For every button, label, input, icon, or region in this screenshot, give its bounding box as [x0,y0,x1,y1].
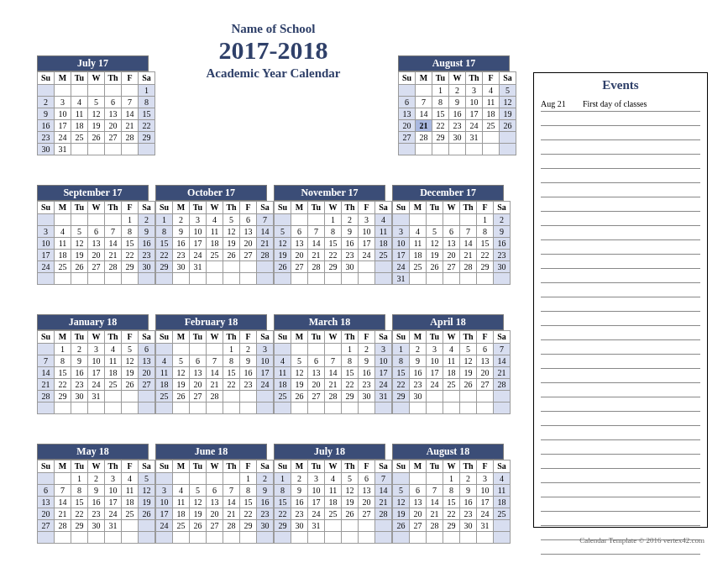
day-cell [139,144,155,155]
day-cell: 9 [460,485,477,497]
day-cell: 29 [432,132,449,144]
day-cell: 15 [240,497,257,508]
month-title: June 18 [155,444,267,460]
day-cell: 4 [71,97,88,108]
day-cell: 6 [308,355,325,367]
dow-label: Tu [190,202,207,214]
day-cell: 19 [122,367,139,379]
day-cell: 25 [375,250,392,261]
day-cell: 28 [55,520,71,532]
day-cell: 28 [122,132,139,144]
day-cell: 4 [55,226,71,238]
dow-label: Th [105,460,122,473]
dow-label: Tu [71,331,88,344]
dow-label: Tu [427,460,443,473]
day-cell: 25 [483,120,500,132]
day-cell [38,403,55,414]
day-cell: 9 [342,226,359,238]
day-cell [139,520,155,532]
day-cell: 26 [223,250,240,261]
day-cell: 1 [432,85,449,97]
day-cell: 17 [38,250,55,261]
day-cell: 4 [410,226,427,238]
month-block: August 17SuMTuWThFSa12345678910111213141… [398,55,510,155]
day-cell: 10 [466,97,483,108]
day-cell: 1 [139,85,155,97]
day-cell: 29 [139,132,155,144]
day-cell: 22 [342,379,359,391]
day-cell: 28 [416,132,432,144]
month-table: SuMTuWThFSa12345678910111213141516171819… [392,460,511,544]
dow-label: W [443,331,460,344]
dow-label: F [240,331,257,344]
day-cell: 22 [71,508,88,520]
day-cell: 11 [71,108,88,120]
day-cell: 6 [359,473,375,485]
day-cell: 3 [156,485,173,497]
day-cell: 26 [139,508,155,520]
day-cell: 12 [427,238,443,250]
day-cell [190,344,207,355]
day-cell [207,403,223,414]
day-cell: 22 [55,379,71,391]
dow-label: Th [342,331,359,344]
day-cell: 8 [325,226,342,238]
day-cell: 14 [494,355,511,367]
header-block: Name of School 2017-2018 Academic Year C… [155,55,391,155]
dow-label: Tu [427,331,443,344]
event-row-blank [541,312,700,326]
day-cell [71,214,88,226]
day-cell [325,520,342,532]
day-cell [122,85,139,97]
month-table: SuMTuWThFSa12345678910111213141516171819… [37,330,155,414]
day-cell: 20 [477,367,494,379]
event-row-blank [541,183,700,197]
day-cell: 2 [38,97,55,108]
day-cell: 14 [308,238,325,250]
day-cell: 24 [88,379,105,391]
day-cell [342,273,359,285]
day-cell: 27 [190,391,207,403]
day-cell [432,144,449,155]
subtitle: Academic Year Calendar [155,66,391,81]
day-cell: 16 [240,367,257,379]
dow-label: Tu [71,72,88,85]
day-cell: 24 [105,508,122,520]
day-cell: 18 [122,497,139,508]
day-cell: 14 [207,367,223,379]
day-cell: 8 [71,485,88,497]
day-cell: 1 [477,214,494,226]
day-cell: 31 [88,391,105,403]
dow-label: Tu [427,202,443,214]
day-cell: 27 [105,132,122,144]
day-cell: 13 [240,226,257,238]
day-cell: 4 [375,214,392,226]
day-cell [156,403,173,414]
day-cell: 4 [494,473,511,485]
calendar-area: July 17SuMTuWThFSa1234567891011121314151… [37,55,510,544]
dow-label: Su [393,202,410,214]
day-cell: 29 [342,391,359,403]
dow-label: Sa [375,202,392,214]
event-row-blank [541,555,700,563]
dow-label: Su [38,72,55,85]
day-cell: 5 [223,214,240,226]
dow-label: Su [399,72,416,85]
day-cell [190,473,207,485]
day-cell: 29 [71,520,88,532]
day-cell: 8 [432,97,449,108]
month-title: July 17 [37,55,149,71]
day-cell: 3 [359,214,375,226]
day-cell: 1 [223,344,240,355]
day-cell [71,85,88,97]
day-cell: 13 [291,238,308,250]
day-cell: 11 [105,355,122,367]
day-cell: 2 [291,473,308,485]
day-cell [173,273,190,285]
event-row-blank [541,269,700,283]
day-cell: 12 [291,367,308,379]
day-cell [342,403,359,414]
day-cell: 14 [55,497,71,508]
day-cell [55,273,71,285]
dow-label: F [240,202,257,214]
